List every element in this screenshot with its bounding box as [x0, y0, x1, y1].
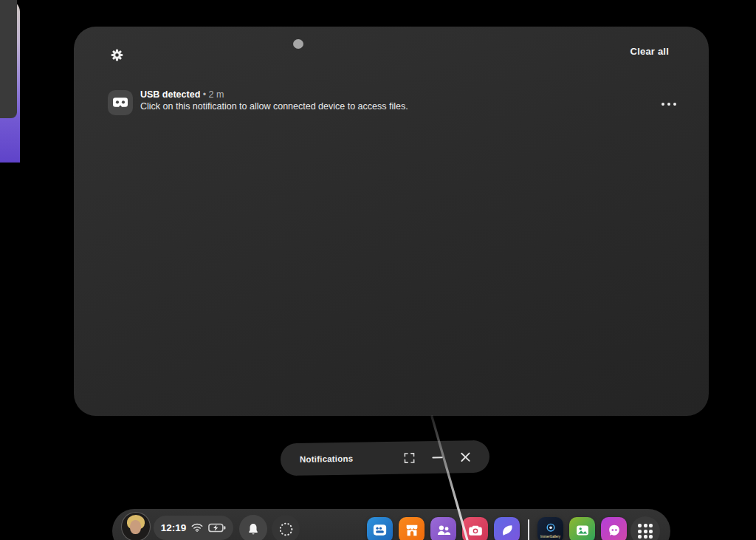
close-icon — [459, 451, 470, 462]
notification-app-tile — [108, 90, 133, 115]
vr-headset-icon — [113, 98, 128, 108]
app-icon-store[interactable] — [399, 517, 425, 540]
dotted-circle-icon — [278, 522, 294, 537]
notification-body: Click on this notification to allow conn… — [140, 100, 408, 112]
minimize-icon — [431, 451, 442, 462]
dock-apps: ImmerGallery — [367, 517, 627, 540]
boundary-button[interactable] — [272, 515, 300, 540]
camera-icon — [467, 522, 484, 539]
grid-icon — [638, 524, 653, 539]
close-button[interactable] — [458, 450, 472, 463]
notification-text: USB detected • 2 m Click on this notific… — [140, 89, 408, 112]
ellipsis-icon — [662, 103, 664, 106]
immergallery-logo-icon — [545, 522, 557, 534]
photos-icon — [574, 522, 591, 539]
app-library-button[interactable] — [630, 516, 660, 540]
expand-button[interactable] — [402, 451, 416, 464]
settings-button[interactable] — [105, 43, 128, 66]
battery-charging-icon — [208, 523, 226, 533]
notification-item[interactable]: USB detected • 2 m Click on this notific… — [108, 89, 678, 120]
notifications-panel: Clear all USB detected • 2 m Click on th… — [74, 27, 709, 416]
window-title-bar: Notifications — [281, 440, 490, 476]
people-icon — [436, 522, 452, 539]
browser-leaf-icon — [499, 522, 515, 539]
app-icon-camera[interactable] — [462, 517, 488, 540]
notification-more-button[interactable] — [660, 98, 678, 110]
app-icon-avatar-app[interactable] — [601, 517, 627, 540]
notifications-button[interactable] — [239, 515, 267, 540]
app-icon-photos[interactable] — [569, 517, 595, 540]
avatar[interactable] — [121, 512, 151, 540]
status-pill[interactable]: 12:19 — [154, 516, 233, 540]
notification-time: • 2 m — [203, 89, 224, 100]
expand-icon — [403, 452, 414, 463]
window-title: Notifications — [300, 454, 353, 464]
bell-icon — [247, 522, 260, 536]
dock-bar: 12:19 — [112, 509, 670, 540]
character-icon — [606, 522, 622, 539]
store-icon — [404, 522, 420, 539]
minimize-button[interactable] — [430, 451, 444, 464]
panel-drag-handle[interactable] — [293, 39, 303, 49]
app-icon-browser[interactable] — [494, 517, 520, 540]
clear-all-button[interactable]: Clear all — [630, 46, 669, 57]
dock-divider — [528, 519, 529, 540]
notification-title: USB detected — [140, 89, 200, 100]
gear-icon — [109, 47, 125, 63]
clock: 12:19 — [161, 522, 187, 533]
wifi-icon — [191, 523, 203, 533]
immergallery-label: ImmerGallery — [540, 535, 560, 539]
background-window-edge-lower[interactable] — [0, 0, 17, 118]
app-icon-people[interactable] — [430, 517, 456, 540]
app-icon-immergallery[interactable]: ImmerGallery — [537, 517, 563, 540]
app-icon-quest-tv[interactable] — [367, 517, 393, 540]
avatar-face — [130, 520, 141, 534]
quest-tv-icon — [371, 522, 388, 539]
